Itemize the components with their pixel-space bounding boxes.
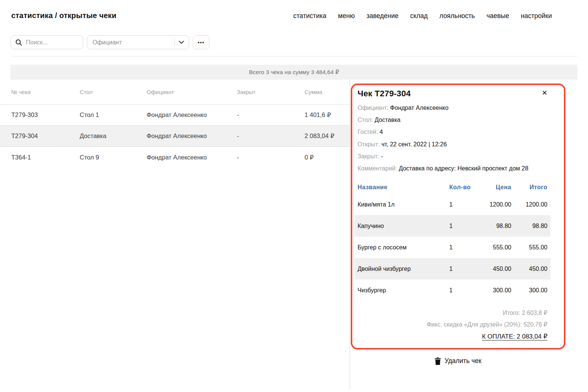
- cell-closed: -: [237, 132, 305, 140]
- field-label: Гостей:: [358, 129, 378, 135]
- col-waiter: Официант: [147, 89, 237, 95]
- field-closed: Закрыт: -: [358, 152, 547, 161]
- col-item-qty: Кол-во: [449, 184, 473, 191]
- cell-receipt-number: Т279-304: [11, 132, 80, 140]
- receipts-table: № чека Стол Официант Закрыт Сумма Т279-3…: [0, 80, 350, 390]
- field-guests: Гостей: 4: [358, 128, 547, 136]
- cell-closed: -: [237, 154, 305, 161]
- item-total: 1200.00: [511, 201, 547, 208]
- search-input[interactable]: [26, 39, 78, 46]
- more-options-button[interactable]: •••: [193, 35, 209, 49]
- cell-receipt-number: Т279-303: [11, 111, 80, 119]
- nav-item-menu[interactable]: меню: [338, 12, 355, 20]
- field-value: Доставка: [374, 117, 400, 123]
- select-divider: [174, 38, 174, 47]
- toolbar-divider: [11, 56, 577, 56]
- cell-sum: 1 401,6 ₽: [305, 111, 350, 119]
- nav-item-venue[interactable]: заведение: [367, 12, 399, 20]
- cell-sum: 0 ₽: [305, 154, 350, 161]
- item-name: Бургер с лососем: [358, 244, 449, 251]
- item-row: Бургер с лососем 1 555.00 555.00: [355, 237, 550, 258]
- item-total: 450.00: [511, 266, 547, 272]
- nav-item-statistics[interactable]: статистика: [293, 12, 326, 20]
- field-value: -: [381, 153, 383, 160]
- header: статистика / открытые чеки статистика ме…: [0, 0, 588, 20]
- item-qty: 1: [449, 287, 473, 294]
- col-item-total: Итого: [511, 184, 547, 191]
- receipt-detail-panel: Чек Т279-304 ✕ Официант: Фондрат Алексее…: [351, 84, 565, 349]
- waiter-filter-label: Официант: [92, 39, 174, 46]
- breadcrumb: статистика / открытые чеки: [11, 11, 117, 20]
- field-value: чт, 22 сент. 2022 | 12:26: [381, 141, 447, 147]
- cell-sum: 2 083,04 ₽: [305, 132, 350, 140]
- search-box: [11, 35, 83, 49]
- item-row: Киви/мята 1л 1 1200.00 1200.00: [355, 194, 550, 215]
- nav-item-warehouse[interactable]: склад: [410, 12, 428, 20]
- item-name: Двойной чизбургер: [358, 266, 449, 272]
- col-item-name: Название: [358, 184, 449, 191]
- discount: Фикс. скидка «Для друзей» (20%): 520,76 …: [358, 319, 547, 330]
- item-price: 1200.00: [473, 201, 511, 208]
- nav-item-loyalty[interactable]: лояльность: [439, 12, 475, 20]
- amount-due: К ОПЛАТЕ: 2 083,04 ₽: [358, 330, 547, 343]
- field-label: Комментарий:: [358, 165, 397, 172]
- trash-icon: [435, 357, 441, 365]
- item-price: 98.80: [473, 223, 511, 229]
- item-qty: 1: [449, 266, 473, 272]
- field-label: Стол:: [358, 117, 373, 123]
- cell-closed: -: [237, 111, 305, 119]
- col-closed: Закрыт: [237, 89, 305, 95]
- search-icon: [15, 39, 22, 46]
- panel-header: Чек Т279-304 ✕: [358, 89, 547, 99]
- items-table-header: Название Кол-во Цена Итого: [358, 181, 547, 194]
- item-qty: 1: [449, 223, 473, 229]
- table-row-selected[interactable]: Т279-304 Доставка Фондрат Алексеенко - 2…: [0, 126, 350, 147]
- main: № чека Стол Официант Закрыт Сумма Т279-3…: [0, 80, 588, 390]
- subtotal: Итого: 2 603,8 ₽: [358, 307, 547, 319]
- cell-table: Стол 1: [80, 111, 147, 119]
- item-name: Киви/мята 1л: [358, 201, 449, 208]
- item-row: Капучино 1 98.80 98.80: [355, 215, 550, 237]
- field-value: Фондрат Алексеенко: [390, 105, 449, 111]
- nav-item-tips[interactable]: чаевые: [486, 12, 509, 20]
- chevron-down-icon: [179, 41, 184, 44]
- col-item-price: Цена: [473, 184, 511, 191]
- table-row[interactable]: Т364-1 Стол 9 Фондрат Алексеенко - 0 ₽: [0, 147, 350, 168]
- ellipsis-icon: •••: [198, 40, 205, 45]
- nav-item-settings[interactable]: настройки: [521, 12, 552, 20]
- field-waiter: Официант: Фондрат Алексеенко: [358, 103, 547, 112]
- item-row: Чизбургер 1 300.00 300.00: [355, 280, 550, 301]
- field-table: Стол: Доставка: [358, 115, 547, 124]
- receipt-title: Чек Т279-304: [358, 89, 411, 99]
- cell-waiter: Фондрат Алексеенко: [147, 111, 237, 119]
- cell-table: Стол 9: [80, 154, 147, 161]
- item-qty: 1: [449, 244, 473, 251]
- cell-waiter: Фондрат Алексеенко: [147, 132, 237, 140]
- receipt-detail-sidebar: Чек Т279-304 ✕ Официант: Фондрат Алексее…: [350, 80, 588, 390]
- close-icon[interactable]: ✕: [542, 89, 547, 97]
- waiter-filter-select[interactable]: Официант: [87, 35, 189, 49]
- top-nav: статистика меню заведение склад лояльнос…: [293, 12, 552, 20]
- item-row: Двойной чизбургер 1 450.00 450.00: [355, 258, 550, 280]
- summary-bar: Всего 3 чека на сумму 3 484,64 ₽: [11, 65, 577, 80]
- col-sum: Сумма: [305, 89, 350, 95]
- item-price: 555.00: [473, 244, 511, 251]
- receipts-table-header: № чека Стол Официант Закрыт Сумма: [0, 80, 350, 105]
- cell-table: Доставка: [80, 132, 147, 140]
- field-label: Закрыт:: [358, 153, 379, 160]
- items-table: Название Кол-во Цена Итого Киви/мята 1л …: [358, 181, 547, 301]
- item-total: 555.00: [511, 244, 547, 251]
- item-name: Капучино: [358, 223, 449, 229]
- item-total: 98.80: [511, 223, 547, 229]
- item-price: 450.00: [473, 266, 511, 272]
- cell-waiter: Фондрат Алексеенко: [147, 154, 237, 161]
- table-row[interactable]: Т279-303 Стол 1 Фондрат Алексеенко - 1 4…: [0, 105, 350, 126]
- field-label: Открыт:: [358, 141, 380, 147]
- delete-receipt-button[interactable]: Удалить чек: [435, 357, 481, 365]
- field-opened: Открыт: чт, 22 сент. 2022 | 12:26: [358, 140, 547, 149]
- item-price: 300.00: [473, 287, 511, 294]
- item-name: Чизбургер: [358, 287, 449, 294]
- delete-receipt-label: Удалить чек: [444, 357, 481, 365]
- field-comment: Комментарий: Доставка по адресу: Невский…: [358, 164, 547, 173]
- col-table: Стол: [80, 89, 147, 95]
